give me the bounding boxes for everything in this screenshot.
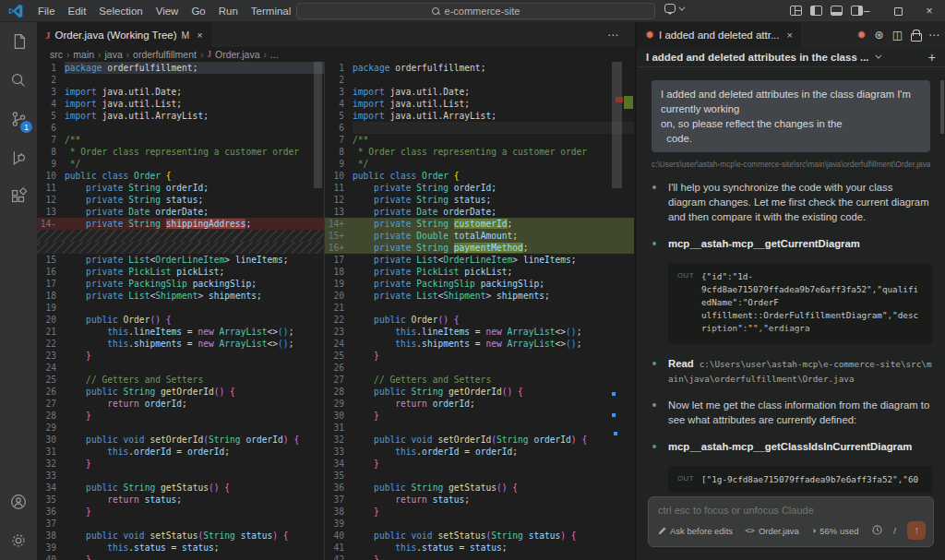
line-number: 22 (37, 338, 65, 350)
line-number: 24 (325, 338, 353, 350)
toggle-panel-icon[interactable] (831, 6, 843, 16)
menu-view[interactable]: View (150, 0, 185, 22)
code-line: 37 (37, 518, 324, 530)
editor-more-actions-icon[interactable]: ⋯ (607, 22, 618, 47)
code-line: 8 * Order class representing a customer … (37, 146, 324, 158)
chat-scrollbar-thumb[interactable] (940, 80, 944, 134)
code-line: 36 } (37, 506, 324, 518)
command-center-search[interactable]: e-commerce-site (296, 3, 655, 19)
line-number: 29 (325, 398, 353, 410)
editor-group: J Order.java (Working Tree) M × ⋯ src›ma… (37, 22, 635, 560)
explorer-icon[interactable] (0, 22, 37, 61)
claude-extension-icon[interactable]: ✹ (857, 30, 867, 41)
breadcrumb-item-file[interactable]: Order.java (215, 49, 259, 60)
code-line: 27 // Getters and Setters (325, 374, 634, 386)
assistant-text-item: Now let me get the class information fro… (650, 398, 932, 427)
knot-icon[interactable]: ⊛ (875, 29, 884, 42)
right-scrollbar-thumb[interactable] (612, 62, 622, 188)
line-number: 35 (325, 470, 353, 482)
code-line: 35 (325, 470, 634, 482)
line-number: 20 (325, 290, 353, 302)
tab-claude-chat[interactable]: ✹ I added and deleted attr... × (637, 22, 801, 47)
code-line: 17 private List<OrderLineItem> lineItems… (325, 254, 634, 266)
edit-mode-selector[interactable]: Ask before edits (658, 526, 733, 536)
assistant-text: Now let me get the class information fro… (668, 398, 932, 427)
send-button[interactable]: ↑ (907, 521, 926, 540)
breadcrumb-item-src[interactable]: src (50, 49, 63, 60)
code-line: 1package orderfulfillment; (325, 62, 634, 74)
close-claude-tab-icon[interactable]: × (787, 30, 793, 41)
breadcrumb-separator-icon: › (98, 50, 101, 60)
claude-more-actions-icon[interactable]: ⋯ (928, 29, 939, 42)
code-line: 2 (325, 74, 634, 86)
diff-original-pane[interactable]: 1package orderfulfillment;23import java.… (37, 62, 325, 560)
line-number: 17 (325, 254, 353, 266)
breadcrumb-item-java[interactable]: java (104, 49, 122, 60)
line-number: 15 (37, 254, 65, 266)
source-control-icon[interactable]: 1 (0, 100, 37, 138)
menu-terminal[interactable]: Terminal (245, 0, 297, 22)
code-line: 42 } (325, 554, 634, 560)
code-line: 7/** (325, 134, 634, 146)
search-sidebar-icon[interactable] (0, 61, 37, 100)
usage-indicator: ◑ 56% used (811, 526, 859, 536)
split-editor-icon[interactable]: ◫ (892, 29, 903, 42)
menu-selection[interactable]: Selection (92, 0, 149, 22)
code-line: 15+ private Double totalAmount; (325, 230, 634, 242)
code-line: 11 private String orderId; (37, 182, 324, 194)
line-number: 11 (325, 182, 353, 194)
close-window-button[interactable]: × (914, 0, 945, 22)
copilot-chat-button[interactable] (664, 4, 683, 13)
breadcrumb-item-main[interactable]: main (73, 49, 94, 60)
menu-go[interactable]: Go (185, 0, 211, 22)
toggle-sidebar-icon[interactable] (810, 6, 822, 16)
chat-session-header[interactable]: I added and deleted attributes in the cl… (637, 47, 945, 67)
customize-layout-icon[interactable] (790, 6, 802, 16)
claude-tab-bar: ✹ I added and deleted attr... × ✹ ⊛ ◫ ⋯ (637, 22, 945, 47)
menu-run[interactable]: Run (212, 0, 245, 22)
slash-commands-button[interactable]: / (893, 526, 896, 536)
new-chat-button[interactable]: + (928, 50, 936, 65)
code-line: 3import java.util.Date; (37, 86, 324, 98)
code-line: 33 this.orderId = orderId; (325, 446, 634, 458)
line-number: 32 (37, 458, 65, 470)
account-icon[interactable] (0, 483, 37, 521)
restore-button[interactable] (882, 0, 914, 22)
code-line: 12 private String status; (325, 194, 634, 206)
extensions-icon[interactable] (0, 177, 37, 216)
line-number: 34 (325, 458, 353, 470)
line-number: 3 (325, 86, 353, 98)
line-number: 13 (37, 206, 65, 218)
history-clock-icon[interactable] (872, 525, 882, 537)
bullet-dot-icon (652, 445, 656, 448)
line-number: 28 (37, 410, 65, 422)
line-number: 14- (37, 218, 65, 230)
breadcrumb-item-symbol[interactable]: ... (270, 49, 279, 60)
close-tab-icon[interactable]: × (197, 30, 202, 41)
line-number: 35 (37, 494, 65, 506)
code-line: 6 (325, 122, 634, 134)
code-line: 14+ private String customerId; (325, 218, 634, 230)
code-line: 41 this.status = status; (325, 542, 634, 554)
tool-io-block[interactable]: OUT{"id":"1d- 9cfd8ae715079ffadea9b7e6af… (668, 263, 932, 344)
diff-modified-pane[interactable]: 1package orderfulfillment;23import java.… (325, 62, 634, 560)
tab-order-java[interactable]: J Order.java (Working Tree) M × (37, 22, 211, 47)
code-line: 13 private Date orderDate; (37, 206, 324, 218)
tool-io-block[interactable]: OUT["1g-9cfd8ae715079ffadea9b7e6aff3fa52… (668, 466, 932, 493)
minimize-button[interactable]: – (851, 0, 882, 22)
lock-icon[interactable] (911, 30, 920, 40)
left-scrollbar-thumb[interactable] (314, 62, 322, 188)
chat-input[interactable] (649, 497, 933, 518)
menu-edit[interactable]: Edit (62, 0, 93, 22)
code-line: 19 (37, 302, 324, 314)
settings-gear-icon[interactable] (0, 521, 37, 560)
code-line: 13 private Date orderDate; (325, 206, 634, 218)
breadcrumb[interactable]: src›main›java›orderfulfillment›JOrder.ja… (37, 47, 635, 62)
run-debug-icon[interactable] (0, 138, 37, 177)
chat-input-toolbar: Ask before edits <> Order.java ◑ 56% use… (649, 518, 933, 546)
line-number: 13 (325, 206, 353, 218)
line-number: 18 (37, 290, 65, 302)
context-file-chip[interactable]: <> Order.java (745, 526, 799, 536)
breadcrumb-item-orderfulfillment[interactable]: orderfulfillment (133, 49, 197, 60)
menu-file[interactable]: File (31, 0, 62, 22)
